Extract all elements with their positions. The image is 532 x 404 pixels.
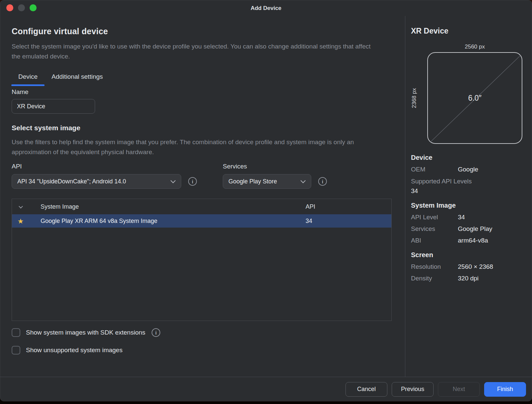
detail-value: arm64-v8a [458, 237, 488, 244]
tab-bar: Device Additional settings [11, 70, 392, 86]
detail-label: Resolution [411, 263, 458, 270]
column-header-api[interactable]: API [306, 203, 391, 210]
table-header: System Image API [12, 199, 391, 214]
section-title-device: Device [411, 154, 525, 161]
services-info-icon[interactable]: i [318, 177, 327, 186]
detail-label: OEM [411, 166, 458, 173]
detail-label: Density [411, 275, 458, 282]
screen-outline: 6.0″ [427, 52, 522, 144]
system-image-name: Google Play XR ARM 64 v8a System Image [29, 218, 306, 225]
device-name-heading: XR Device [411, 27, 525, 36]
api-dropdown[interactable]: API 34 "UpsideDownCake"; Android 14.0 [12, 174, 181, 189]
info-glyph: i [192, 179, 193, 184]
info-glyph: i [155, 330, 157, 336]
next-button: Next [438, 382, 480, 397]
system-image-table: System Image API ★ Google Play XR ARM 64… [12, 199, 392, 321]
screen-width-label: 2560 px [427, 44, 522, 50]
page-description: Select the system image you'd like to us… [12, 42, 374, 61]
screen-diagram: 2560 px 2368 px 6.0″ [411, 44, 525, 144]
services-filter-label: Services [223, 163, 327, 170]
dialog-body: Configure virtual device Select the syst… [0, 16, 532, 377]
select-system-image-description: Use the filters to help find the system … [12, 137, 374, 157]
window-title: Add Device [0, 0, 532, 17]
select-system-image-heading: Select system image [12, 124, 392, 132]
detail-row-services: Services Google Play [411, 225, 525, 233]
section-title-system-image: System Image [411, 202, 525, 209]
unsupported-images-option: Show unsupported system images [12, 346, 392, 354]
minimize-window-icon [18, 4, 25, 11]
screen-diagonal-size: 6.0″ [428, 53, 522, 143]
detail-value: 320 dpi [458, 275, 478, 282]
detail-row-resolution: Resolution 2560 × 2368 [411, 263, 525, 270]
previous-button[interactable]: Previous [392, 382, 434, 397]
finish-button[interactable]: Finish [484, 382, 526, 397]
name-input[interactable] [12, 99, 95, 114]
detail-label: ABI [411, 237, 458, 244]
services-dropdown-value: Google Play Store [228, 178, 277, 185]
traffic-lights [6, 4, 37, 11]
api-filter-label: API [12, 163, 197, 170]
detail-label: Services [411, 225, 458, 233]
sdk-extensions-info-icon[interactable]: i [152, 328, 160, 337]
page-title: Configure virtual device [12, 27, 392, 36]
add-device-dialog: Add Device Configure virtual device Sele… [0, 0, 532, 401]
zoom-window-icon[interactable] [30, 4, 37, 11]
column-header-system-image[interactable]: System Image [29, 203, 306, 210]
services-filter-group: Services Google Play Store i [223, 163, 327, 189]
sdk-extensions-checkbox[interactable] [12, 328, 20, 337]
api-info-icon[interactable]: i [188, 177, 197, 186]
info-glyph: i [322, 179, 323, 184]
sort-indicator[interactable] [12, 205, 29, 208]
name-label: Name [12, 88, 392, 96]
star-icon[interactable]: ★ [18, 218, 24, 225]
sdk-extensions-option: Show system images with SDK extensions i [12, 328, 392, 337]
api-dropdown-value: API 34 "UpsideDownCake"; Android 14.0 [17, 178, 126, 185]
screen-height-label: 2368 px [411, 88, 425, 108]
services-dropdown[interactable]: Google Play Store [223, 174, 311, 189]
filter-bar: API API 34 "UpsideDownCake"; Android 14.… [12, 163, 392, 189]
detail-value-supported-api: 34 [411, 187, 525, 195]
detail-row-abi: ABI arm64-v8a [411, 237, 525, 244]
dialog-footer: Cancel Previous Next Finish [0, 377, 532, 401]
table-row[interactable]: ★ Google Play XR ARM 64 v8a System Image… [12, 214, 391, 228]
device-summary-panel: XR Device 2560 px 2368 px 6.0″ Device OE… [405, 16, 532, 377]
detail-label: API Level [411, 214, 458, 221]
tab-device[interactable]: Device [11, 70, 45, 86]
chevron-down-icon [171, 178, 176, 183]
detail-row-api-level: API Level 34 [411, 214, 525, 221]
detail-row-density: Density 320 dpi [411, 275, 525, 282]
unsupported-images-checkbox[interactable] [12, 346, 20, 354]
detail-row-oem: OEM Google [411, 166, 525, 173]
api-filter-group: API API 34 "UpsideDownCake"; Android 14.… [12, 163, 197, 189]
detail-value: 34 [458, 214, 465, 221]
detail-value: Google [458, 166, 478, 173]
tab-additional-settings-label: Additional settings [52, 73, 103, 80]
chevron-down-icon [301, 178, 306, 183]
unsupported-images-label: Show unsupported system images [26, 347, 122, 354]
cancel-button[interactable]: Cancel [345, 382, 387, 397]
main-content: Configure virtual device Select the syst… [0, 16, 405, 377]
chevron-down-icon [19, 204, 23, 208]
detail-value: Google Play [458, 225, 492, 233]
detail-value: 2560 × 2368 [458, 263, 493, 270]
detail-label-supported-api: Supported API Levels [411, 178, 525, 185]
close-window-icon[interactable] [6, 4, 13, 11]
sdk-extensions-label: Show system images with SDK extensions [26, 329, 145, 336]
tab-additional-settings[interactable]: Additional settings [45, 70, 110, 86]
system-image-api: 34 [306, 218, 391, 225]
section-title-screen: Screen [411, 251, 525, 259]
title-bar: Add Device [0, 0, 532, 16]
tab-device-label: Device [18, 73, 38, 80]
